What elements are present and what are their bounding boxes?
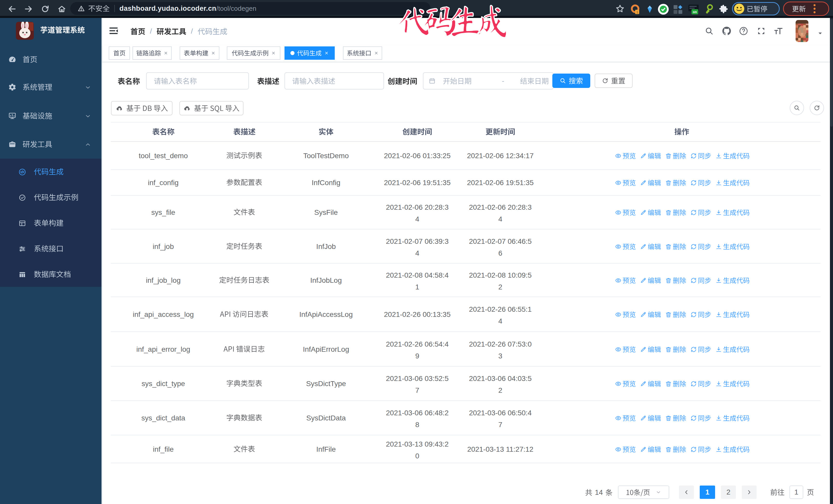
svg-text:1: 1: [636, 10, 638, 14]
svg-text:on: on: [693, 10, 697, 14]
